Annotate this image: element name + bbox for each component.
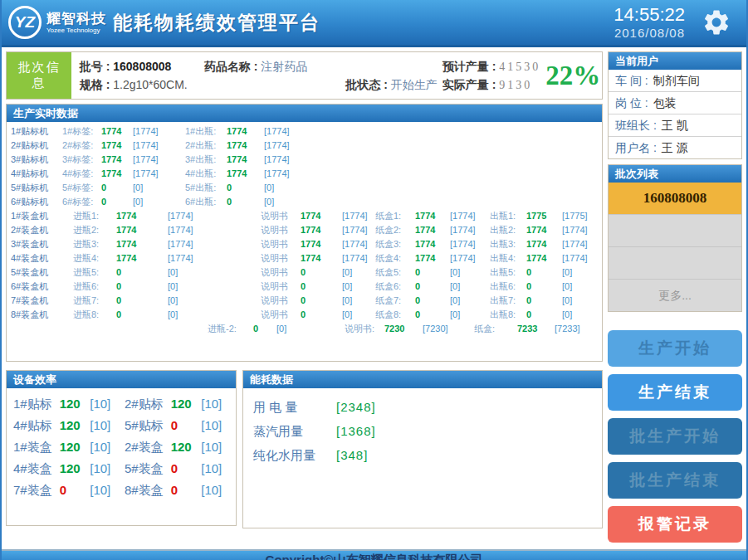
boxer-machine-row: 7#装盒机进瓶7:0[0]说明书0[0]纸盒7:0[0]出瓶7:0[0] [11,294,602,308]
efficiency-row: 1#贴标120[10]2#贴标120[10] [13,393,236,415]
rt-cell-machine: 1#贴标机 [11,124,62,139]
rt-cell-label: 出瓶6: [490,280,526,294]
boxer-machine-row: 2#装盒机进瓶2:1774[1774]说明书1774[1774]纸盒2:1774… [11,223,602,237]
summary-row: 进瓶-2:0[0]说明书:7230[7230]纸盒:7233[7233] [11,322,602,336]
rt-cell-value: 1774 [227,124,264,139]
boxer-machine-row: 8#装盒机进瓶8:0[0]说明书0[0]纸盒8:0[0]出瓶8:0[0] [11,308,602,322]
production-end-button[interactable]: 生产结束 [608,374,742,411]
efficiency-machine-label: 2#装盒 [125,436,171,458]
rt-cell-value: 0 [415,280,450,294]
rt-cell-bracket: [0] [562,294,599,308]
boxer-machine-row: 5#装盒机进瓶5:0[0]说明书0[0]纸盒5:0[0]出瓶5:0[0] [11,265,602,280]
spec-field: 规格 : 1.2g10*60CM. [80,78,204,93]
batch-status-field: 批状态 : 开始生产 [204,78,442,93]
rt-cell-machine: 3#贴标机 [11,153,62,167]
batch-status-value: 开始生产 [391,79,438,91]
efficiency-value: 120 [60,436,90,458]
efficiency-machine-label: 8#装盒 [125,480,171,501]
batch-list-more-button[interactable]: 更多... [609,280,741,311]
efficiency-target: [10] [201,393,236,415]
batch-info-button[interactable]: 批次信息 [7,52,71,99]
user-info-label: 班组长 : [615,119,657,132]
rt-cell-value: 1774 [415,251,450,265]
rt-cell-value: 0 [116,265,168,280]
rt-cell-bracket: [1774] [168,209,261,223]
energy-panel-title: 能耗数据 [243,371,602,388]
actual-output-field: 实际产量 : 9130 [442,78,540,93]
efficiency-machine-label: 5#贴标 [125,415,171,436]
energy-row: 用 电 量[2348] [253,395,602,419]
rt-cell-label: 出瓶3: [490,237,526,251]
batch-list-item-selected[interactable]: 160808008 [609,183,741,215]
efficiency-row: 4#贴标120[10]5#贴标0[10] [13,415,236,436]
batch-list-item-empty[interactable] [609,247,741,280]
rt-cell-value: 0 [301,265,342,280]
rt-cell-value: 0 [415,308,450,322]
rt-cell-label: 说明书 [261,280,301,294]
settings-gear-icon[interactable] [702,7,731,37]
labeler-machine-row: 5#贴标机5#标签:0[0]5#出瓶:0[0] [11,181,602,195]
efficiency-machine-label: 2#贴标 [125,393,171,415]
rt-cell-value: 1774 [101,139,133,153]
rt-cell-bracket: [1775] [562,209,599,223]
rt-cell-bracket: [0] [562,308,599,322]
rt-cell-bracket: [0] [264,181,314,195]
efficiency-target: [10] [201,415,236,436]
energy-table: 用 电 量[2348]蒸汽用量[1368]纯化水用量[348] [243,388,602,467]
alarm-record-button[interactable]: 报警记录 [608,506,742,543]
completion-percent: 22% [544,52,602,99]
rt-cell-label: 2#出瓶: [185,139,227,153]
user-info-value: 包装 [653,96,677,110]
efficiency-machine-label: 1#贴标 [13,393,60,415]
rt-cell-label: 纸盒1: [375,209,415,223]
efficiency-value: 120 [171,393,202,415]
efficiency-value: 120 [60,415,90,436]
batch-list-title: 批次列表 [609,165,741,183]
rt-cell-label: 1#出瓶: [185,124,227,139]
rt-cell-bracket: [0] [342,294,375,308]
rt-cell-machine: 1#装盒机 [11,209,73,223]
rt-cell-bracket: [0] [133,195,185,209]
rt-cell-bracket: [0] [450,308,490,322]
rt-cell-label: 出瓶8: [490,308,526,322]
user-info-value: 制剂车间 [653,74,700,87]
energy-value: [348] [336,448,368,462]
efficiency-target: [10] [90,436,125,458]
rt-cell-bracket: [1774] [450,223,490,237]
rt-cell-bracket: [0] [168,265,261,280]
rt-cell-bracket: [0] [562,265,599,280]
rt-cell-machine: 4#装盒机 [11,251,73,265]
rt-cell-bracket: [1774] [450,237,490,251]
expected-output-field: 预计产量 : 41530 [442,60,540,75]
footer-bar: Copyright©山东智耀信息科技有限公司 [2,549,746,560]
efficiency-machine-label: 1#装盒 [13,436,60,458]
production-start-button[interactable]: 生产开始 [608,330,742,367]
rt-cell-label: 出瓶1: [490,209,526,223]
rt-cell-label: 纸盒7: [375,294,415,308]
user-info-row: 车 间 :制剂车间 [609,70,741,91]
batch-production-end-button[interactable]: 批生产结束 [608,462,742,499]
rt-cell-bracket: [1774] [133,153,185,167]
rt-cell-label: 说明书 [261,223,301,237]
rt-cell-value: 0 [301,308,342,322]
batch-list-item-empty[interactable] [609,215,741,247]
actual-output-value: 9130 [499,79,532,91]
user-info-value: 王 凯 [662,119,688,132]
energy-label: 用 电 量 [253,395,336,419]
realtime-panel-title: 生产实时数据 [7,105,602,122]
boxer-machine-row: 3#装盒机进瓶3:1774[1774]说明书1774[1774]纸盒3:1774… [11,237,602,251]
rt-cell-bracket: [1774] [133,124,185,139]
efficiency-row: 7#装盒0[10]8#装盒0[10] [13,480,236,501]
drug-name-value: 注射药品 [261,61,307,73]
energy-data-panel: 能耗数据 用 电 量[2348]蒸汽用量[1368]纯化水用量[348] [242,370,603,528]
rt-cell-label: 纸盒5: [375,265,415,280]
rt-cell-machine: 8#装盒机 [11,308,73,322]
rt-cell-label: 纸盒: [474,322,517,336]
batch-production-start-button[interactable]: 批生产开始 [608,418,742,455]
rt-cell-label: 4#出瓶: [185,167,227,181]
efficiency-machine-label: 4#贴标 [13,415,60,436]
rt-cell-bracket: [0] [168,294,261,308]
rt-cell-machine: 2#贴标机 [11,139,62,153]
rt-cell-value: 1774 [526,237,562,251]
rt-cell-label: 说明书 [261,237,301,251]
